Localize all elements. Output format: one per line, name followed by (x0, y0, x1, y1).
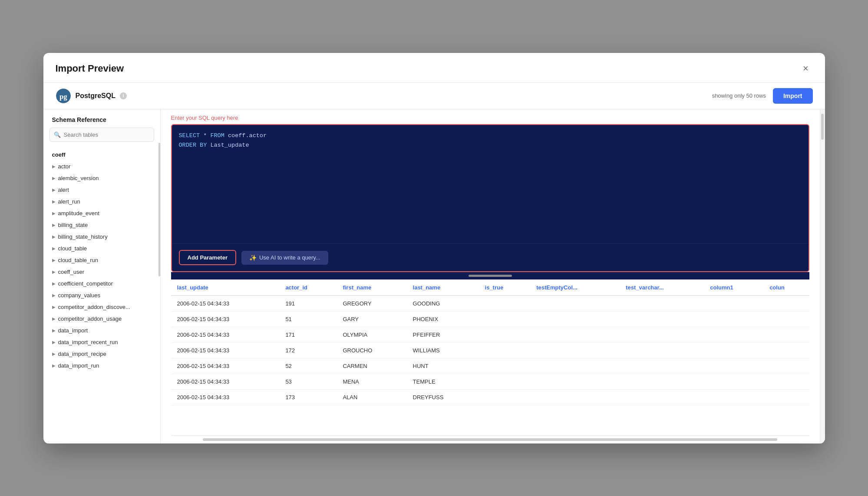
cell: 172 (279, 343, 337, 358)
table-item[interactable]: ▶data_import_recent_run (48, 336, 156, 348)
table-item[interactable]: ▶billing_state_history (48, 231, 156, 243)
cell (620, 343, 704, 358)
cell: 2006-02-15 04:34:33 (171, 374, 280, 390)
search-input[interactable] (50, 128, 154, 142)
sql-editor-block[interactable]: SELECT * FROM coeff.actor ORDER BY Last_… (171, 124, 809, 273)
sidebar-scrollbar[interactable] (158, 143, 160, 276)
ai-query-button[interactable]: ✨ Use AI to write a query... (241, 251, 328, 265)
cell (479, 343, 531, 358)
table-item[interactable]: ▶alert_run (48, 196, 156, 207)
table-item[interactable]: ▶data_import_recipe (48, 348, 156, 360)
results-section[interactable]: last_update actor_id first_name last_nam… (171, 279, 809, 435)
import-button[interactable]: Import (773, 88, 813, 104)
cell (479, 390, 531, 405)
cell: 2006-02-15 04:34:33 (171, 390, 280, 405)
close-button[interactable]: × (799, 62, 813, 76)
table-item[interactable]: ▶cloud_table_run (48, 254, 156, 266)
table-item[interactable]: ▶data_import_run (48, 360, 156, 371)
cell (530, 390, 620, 405)
vertical-scrollbar-track[interactable] (820, 109, 825, 443)
table-item[interactable]: ▶actor (48, 161, 156, 172)
cell (530, 312, 620, 327)
table-row: 2006-02-15 04:34:33 53 MENA TEMPLE (171, 374, 809, 390)
db-name-label: PostgreSQL (76, 92, 116, 100)
modal-header: Import Preview × (43, 53, 825, 83)
arrow-icon: ▶ (52, 328, 56, 333)
right-actions: showing only 50 rows Import (712, 88, 813, 104)
table-item[interactable]: ▶data_import (48, 325, 156, 336)
cell: WILLIAMS (407, 343, 479, 358)
col-colun: colun (763, 280, 809, 296)
ai-sparkle-icon: ✨ (249, 254, 257, 261)
rows-info: showing only 50 rows (712, 92, 766, 99)
table-item[interactable]: ▶cloud_table (48, 243, 156, 254)
arrow-icon: ▶ (52, 199, 56, 204)
info-icon[interactable]: i (120, 92, 127, 99)
ai-button-label: Use AI to write a query... (259, 254, 320, 261)
sql-hint: Enter your SQL query here (171, 115, 238, 121)
cell: 2006-02-15 04:34:33 (171, 327, 280, 343)
cell: CARMEN (337, 358, 406, 374)
postgresql-logo: pg (56, 88, 71, 104)
table-item[interactable]: ▶coeff_user (48, 266, 156, 278)
table-item[interactable]: ▶competitor_addon_discove... (48, 301, 156, 313)
sql-editor-code[interactable]: SELECT * FROM coeff.actor ORDER BY Last_… (172, 125, 809, 157)
table-name: alembic_version (58, 175, 99, 181)
cell: 173 (279, 390, 337, 405)
table-name: alert_run (58, 198, 80, 205)
modal-title: Import Preview (56, 63, 124, 74)
table-scroll-area (171, 435, 809, 443)
cell: 191 (279, 296, 337, 312)
sql-keyword-select: SELECT (179, 132, 200, 139)
horizontal-scrollbar[interactable] (469, 275, 512, 277)
arrow-icon: ▶ (52, 223, 56, 227)
cell: PFEIFFER (407, 327, 479, 343)
table-header: last_update actor_id first_name last_nam… (171, 280, 809, 296)
table-item[interactable]: ▶billing_state (48, 219, 156, 231)
table-horizontal-scrollbar[interactable] (203, 438, 777, 441)
arrow-icon: ▶ (52, 211, 56, 216)
sidebar: Schema Reference 🔍 coeff ▶actor ▶alembic… (43, 109, 161, 443)
cell (704, 358, 763, 374)
table-item[interactable]: ▶alembic_version (48, 172, 156, 184)
main-content: Enter your SQL query here SELECT * FROM … (161, 109, 820, 443)
table-name: cloud_table_run (58, 257, 99, 263)
table-row: 2006-02-15 04:34:33 191 GREGORY GOODING (171, 296, 809, 312)
sql-keyword-order: ORDER BY (179, 142, 207, 148)
vertical-scrollbar-thumb[interactable] (821, 114, 824, 140)
col-first-name: first_name (337, 280, 406, 296)
search-icon: 🔍 (54, 131, 61, 138)
cell: GARY (337, 312, 406, 327)
cell: 2006-02-15 04:34:33 (171, 343, 280, 358)
cell: GOODING (407, 296, 479, 312)
cell (479, 327, 531, 343)
cell (763, 296, 809, 312)
cell: PHOENIX (407, 312, 479, 327)
table-item[interactable]: ▶amplitude_event (48, 207, 156, 219)
table-name: amplitude_event (58, 210, 99, 217)
col-test-empty: testEmptyCol... (530, 280, 620, 296)
table-row: 2006-02-15 04:34:33 52 CARMEN HUNT (171, 358, 809, 374)
cell (704, 312, 763, 327)
cell (704, 374, 763, 390)
cell (479, 374, 531, 390)
table-name: competitor_addon_discove... (58, 304, 130, 310)
schema-reference-title: Schema Reference (43, 109, 160, 128)
table-item[interactable]: ▶alert (48, 184, 156, 196)
arrow-icon: ▶ (52, 176, 56, 181)
table-item[interactable]: ▶coefficient_competitor (48, 278, 156, 289)
cell (763, 358, 809, 374)
sql-editor-empty-area[interactable] (172, 157, 809, 243)
table-item[interactable]: ▶company_values (48, 289, 156, 301)
table-row: 2006-02-15 04:34:33 51 GARY PHOENIX (171, 312, 809, 327)
cell (763, 374, 809, 390)
modal-backdrop: Import Preview × pg PostgreSQL i showing… (0, 0, 868, 496)
table-name: data_import_recipe (58, 351, 106, 357)
table-item[interactable]: ▶competitor_addon_usage (48, 313, 156, 325)
modal-body: Schema Reference 🔍 coeff ▶actor ▶alembic… (43, 109, 825, 443)
arrow-icon: ▶ (52, 164, 56, 169)
cell: GROUCHO (337, 343, 406, 358)
add-parameter-button[interactable]: Add Parameter (179, 250, 236, 265)
cell (763, 390, 809, 405)
arrow-icon: ▶ (52, 340, 56, 345)
